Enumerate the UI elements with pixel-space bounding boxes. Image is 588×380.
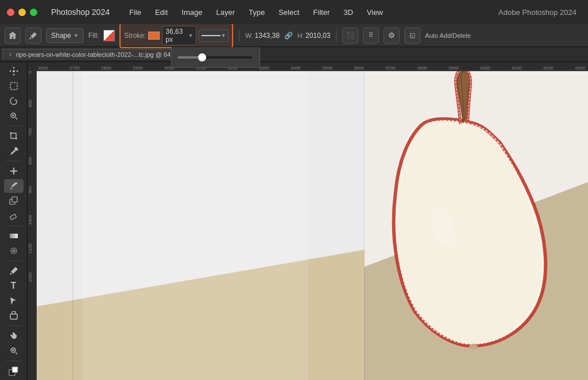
- height-value[interactable]: 2010,03: [305, 32, 330, 40]
- shape-dropdown-chevron: ▼: [74, 33, 79, 38]
- ruler-tick: 4100: [510, 63, 542, 71]
- tool-zoom[interactable]: [4, 344, 24, 358]
- svg-rect-16: [12, 367, 18, 373]
- settings-button[interactable]: ⚙: [384, 28, 400, 44]
- height-field: H: 2010,03: [297, 32, 330, 40]
- tool-blur[interactable]: [4, 244, 24, 258]
- ruler-tick: 3500: [321, 63, 353, 71]
- ruler-v-tick: 1100: [28, 243, 36, 272]
- stroke-label: Stroke:: [124, 32, 146, 40]
- svg-rect-24: [82, 71, 308, 380]
- traffic-lights: [7, 9, 37, 16]
- svg-line-12: [16, 352, 17, 354]
- ruler-tick: 3400: [289, 63, 321, 71]
- ruler-v-tick: 0: [28, 71, 36, 100]
- shape-dropdown[interactable]: Shape ▼: [46, 28, 84, 43]
- mask-button[interactable]: ◱: [404, 28, 420, 44]
- minimize-button[interactable]: [18, 9, 26, 16]
- menu-file[interactable]: File: [123, 6, 147, 19]
- svg-line-3: [16, 118, 17, 119]
- tool-brush[interactable]: [4, 179, 24, 193]
- tool-crop[interactable]: [4, 129, 24, 143]
- ruler-tick: 4200: [542, 63, 574, 71]
- tab-close-icon[interactable]: ×: [9, 51, 12, 58]
- stroke-slider-track[interactable]: [177, 56, 252, 59]
- fill-swatch[interactable]: [103, 30, 115, 41]
- options-bar: Shape ▼ Fill: Stroke: 36,63 px ▼ ▼ W: 13…: [0, 24, 588, 47]
- tool-gradient[interactable]: [4, 229, 24, 243]
- tool-eyedropper[interactable]: [4, 144, 24, 158]
- ruler-tick: 3600: [353, 63, 384, 71]
- stroke-section: Stroke: 36,63 px ▼ ▼: [119, 23, 233, 48]
- svg-point-0: [13, 70, 15, 72]
- ruler-tick: 3900: [447, 63, 479, 71]
- tool-separator-6: [6, 360, 22, 361]
- stroke-style-chevron: ▼: [220, 33, 226, 38]
- width-label: W:: [245, 32, 253, 39]
- stroke-slider-thumb[interactable]: [198, 53, 206, 61]
- width-value[interactable]: 1343,38: [255, 32, 280, 40]
- tool-separator-2: [6, 161, 22, 161]
- stroke-line-preview: [202, 35, 220, 36]
- ruler-tick: 4300: [574, 63, 588, 71]
- tool-quick-select[interactable]: [4, 109, 24, 123]
- tool-eraser[interactable]: [4, 209, 24, 223]
- tool-move[interactable]: [4, 64, 24, 78]
- svg-rect-6: [10, 214, 17, 220]
- tool-hand[interactable]: [4, 329, 24, 343]
- menu-layer[interactable]: Layer: [210, 6, 241, 19]
- canvas-svg: [37, 71, 588, 380]
- maximize-button[interactable]: [30, 9, 37, 16]
- left-toolbar: T: [0, 62, 28, 380]
- auto-add-label: Auto Add/Delete: [425, 32, 471, 39]
- work-area[interactable]: [37, 71, 588, 380]
- svg-point-8: [11, 248, 17, 254]
- stroke-size-input[interactable]: 36,63 px ▼: [162, 26, 196, 45]
- svg-rect-7: [10, 234, 18, 238]
- tool-pen[interactable]: [4, 264, 24, 278]
- main-layout: T 2600 2700 2800 2900 3000 31: [0, 62, 588, 380]
- ruler-v-tick: 1000: [28, 215, 36, 243]
- tool-shape[interactable]: [4, 309, 24, 323]
- ruler-tick: 2900: [131, 63, 163, 71]
- ruler-tick: 2600: [37, 63, 68, 71]
- ruler-horizontal: 2600 2700 2800 2900 3000 3100 3200 3300 …: [37, 62, 588, 71]
- stroke-style-dropdown[interactable]: ▼: [199, 29, 229, 42]
- align-left-button[interactable]: ⬛: [342, 28, 358, 44]
- home-button[interactable]: [5, 28, 21, 44]
- ruler-h-ticks: 2600 2700 2800 2900 3000 3100 3200 3300 …: [37, 63, 588, 71]
- menu-3d[interactable]: 3D: [338, 6, 359, 19]
- title-bar: Photoshop 2024 File Edit Image Layer Typ…: [0, 0, 588, 24]
- ruler-v-tick: 900: [28, 186, 36, 215]
- tool-lasso[interactable]: [4, 94, 24, 108]
- app-title: Photoshop 2024: [51, 7, 110, 17]
- canvas-wrapper: 2600 2700 2800 2900 3000 3100 3200 3300 …: [28, 62, 588, 380]
- close-button[interactable]: [7, 9, 14, 16]
- tool-marquee[interactable]: [4, 79, 24, 93]
- svg-rect-10: [10, 314, 17, 319]
- separator-1: [239, 30, 239, 41]
- pen-tool-button[interactable]: [25, 28, 41, 44]
- tool-path-select[interactable]: [4, 294, 24, 308]
- menu-select[interactable]: Select: [273, 6, 305, 19]
- link-dimensions-icon[interactable]: 🔗: [284, 32, 293, 40]
- menu-view[interactable]: View: [361, 6, 389, 19]
- stroke-color-swatch[interactable]: [148, 32, 160, 40]
- menu-image[interactable]: Image: [176, 6, 208, 19]
- ruler-tick: 3300: [258, 63, 289, 71]
- ruler-tick: 2800: [100, 63, 131, 71]
- menu-filter[interactable]: Filter: [307, 6, 335, 19]
- ruler-v-ticks: 0 600 700 800 900 1000 1100 1200: [28, 71, 36, 301]
- tool-healing[interactable]: [4, 164, 24, 178]
- menu-edit[interactable]: Edit: [149, 6, 173, 19]
- tool-foreground-bg[interactable]: [4, 364, 24, 378]
- ruler-tick: 2700: [68, 63, 100, 71]
- separator-2: [336, 30, 336, 41]
- ruler-tick: 3700: [384, 63, 416, 71]
- distribute-button[interactable]: ⠿: [363, 28, 379, 44]
- stroke-size-chevron: ▼: [188, 33, 193, 38]
- menu-type[interactable]: Type: [243, 6, 270, 19]
- tool-clone[interactable]: [4, 194, 24, 208]
- tool-type[interactable]: T: [4, 279, 24, 293]
- tool-separator-3: [6, 226, 22, 226]
